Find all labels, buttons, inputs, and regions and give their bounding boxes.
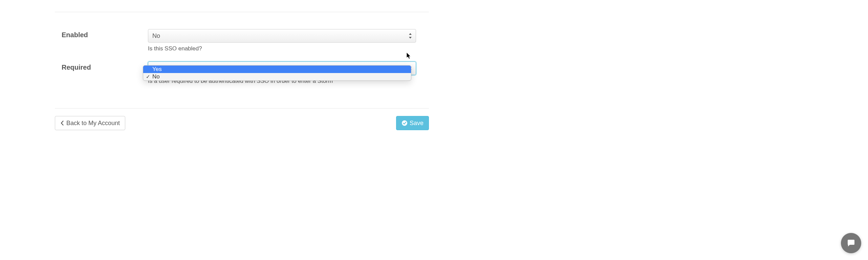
select-arrows-icon xyxy=(408,33,412,39)
enabled-select[interactable]: No xyxy=(148,29,416,43)
enabled-help-text: Is this SSO enabled? xyxy=(148,45,429,52)
save-button[interactable]: Save xyxy=(396,116,429,130)
back-button-label: Back to My Account xyxy=(66,120,120,127)
enabled-control-wrap: No Is this SSO enabled? xyxy=(148,29,429,52)
footer-row: Back to My Account Save xyxy=(55,109,429,130)
mouse-cursor-icon xyxy=(407,52,412,59)
chat-icon xyxy=(846,238,856,249)
required-dropdown-menu: Yes ✓ No xyxy=(143,65,411,81)
enabled-select-value: No xyxy=(152,32,160,40)
svg-point-0 xyxy=(402,120,407,126)
save-button-label: Save xyxy=(410,120,424,127)
required-label: Required xyxy=(55,62,148,71)
check-circle-icon xyxy=(402,120,408,126)
dropdown-option-yes[interactable]: Yes xyxy=(143,66,411,73)
form-row-enabled: Enabled No Is this SSO enabled? xyxy=(55,29,429,52)
chat-widget-button[interactable] xyxy=(841,233,861,253)
enabled-label: Enabled xyxy=(55,29,148,39)
dropdown-option-no[interactable]: ✓ No xyxy=(143,73,411,80)
required-control-wrap: No Yes ✓ No Is a user required to be aut… xyxy=(148,62,429,85)
back-button[interactable]: Back to My Account xyxy=(55,116,125,130)
dropdown-option-no-label: No xyxy=(152,73,160,80)
form-row-required: Required No Yes ✓ No Is a user required … xyxy=(55,62,429,85)
chevron-left-icon xyxy=(60,120,64,126)
check-icon: ✓ xyxy=(146,74,150,80)
section-divider-top xyxy=(55,12,429,12)
dropdown-option-yes-label: Yes xyxy=(152,66,162,73)
